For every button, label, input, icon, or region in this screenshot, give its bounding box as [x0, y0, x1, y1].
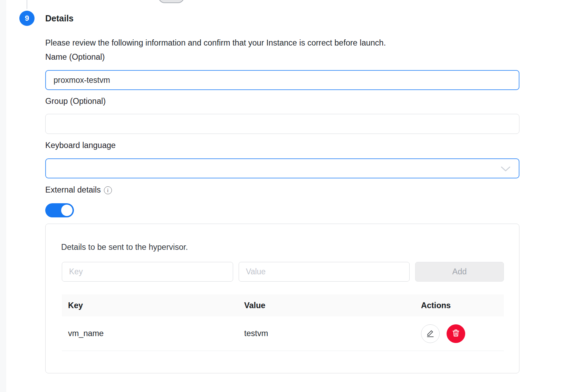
group-field-label: Group (Optional): [45, 97, 106, 106]
edit-button[interactable]: [421, 324, 440, 343]
previous-step-toggle-partial[interactable]: [158, 0, 184, 3]
header-value: Value: [238, 301, 415, 310]
keyboard-language-label: Keyboard language: [45, 141, 116, 150]
hypervisor-details-panel: Details to be sent to the hypervisor. Ad…: [45, 224, 519, 373]
hypervisor-description: Details to be sent to the hypervisor.: [61, 243, 188, 252]
external-details-toggle[interactable]: [45, 203, 74, 217]
row-actions-cell: [415, 324, 504, 343]
step-number: 9: [25, 14, 29, 23]
external-details-label-row: External details i: [45, 185, 112, 195]
row-key-cell: vm_name: [62, 329, 238, 338]
header-actions: Actions: [415, 301, 504, 310]
instance-launch-details-step: 9 Details Please review the following in…: [0, 0, 574, 392]
keyboard-language-select[interactable]: [45, 158, 519, 178]
delete-button[interactable]: [447, 324, 465, 343]
pencil-icon: [426, 329, 435, 339]
row-value-cell: testvm: [238, 329, 415, 338]
hypervisor-details-table: Key Value Actions vm_name testvm: [62, 294, 504, 351]
chevron-down-icon: [501, 166, 510, 174]
info-icon[interactable]: i: [104, 186, 112, 194]
table-header-row: Key Value Actions: [62, 294, 504, 316]
header-key: Key: [62, 301, 238, 310]
step-number-badge: 9: [19, 11, 35, 26]
review-instructions-text: Please review the following information …: [45, 38, 386, 48]
page-left-gutter: [0, 0, 6, 392]
name-input[interactable]: [45, 70, 519, 90]
external-details-label: External details: [45, 185, 101, 195]
group-input[interactable]: [45, 114, 519, 134]
key-input[interactable]: [62, 262, 233, 282]
toggle-knob: [61, 205, 73, 216]
table-row: vm_name testvm: [62, 316, 504, 351]
trash-icon: [451, 329, 460, 339]
name-field-label: Name (Optional): [45, 52, 105, 62]
value-input[interactable]: [239, 262, 410, 282]
step-title: Details: [45, 13, 74, 23]
add-button[interactable]: Add: [415, 262, 504, 282]
stepper-connector-line: [27, 0, 27, 9]
